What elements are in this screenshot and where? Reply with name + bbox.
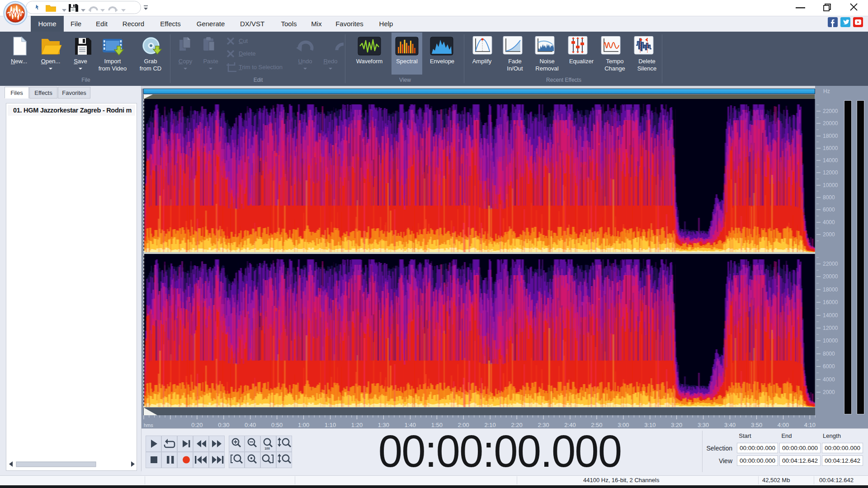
- svg-text:4000: 4000: [823, 376, 835, 383]
- svg-text:4000: 4000: [823, 219, 835, 225]
- svg-text:1:10: 1:10: [325, 422, 336, 428]
- svg-text:6000: 6000: [823, 206, 835, 213]
- svg-text:18000: 18000: [823, 286, 838, 293]
- svg-text:20000: 20000: [823, 273, 838, 280]
- svg-text:Hz: Hz: [823, 88, 830, 94]
- svg-text:4:00: 4:00: [778, 422, 789, 428]
- svg-text:100: 100: [264, 447, 270, 450]
- svg-text:10000: 10000: [823, 338, 838, 344]
- svg-text:8000: 8000: [823, 351, 835, 357]
- svg-text:3:50: 3:50: [751, 422, 762, 428]
- svg-text:6000: 6000: [823, 363, 835, 370]
- svg-text:3:30: 3:30: [698, 422, 709, 428]
- svg-text:20000: 20000: [823, 120, 838, 127]
- svg-text:16000: 16000: [823, 299, 838, 305]
- svg-text:3:20: 3:20: [671, 422, 682, 428]
- svg-text:18000: 18000: [823, 133, 838, 139]
- svg-text:22000: 22000: [823, 261, 838, 267]
- svg-text:3:40: 3:40: [724, 422, 736, 428]
- svg-text:2000: 2000: [823, 231, 835, 238]
- svg-text:12000: 12000: [823, 325, 838, 331]
- svg-text:10000: 10000: [823, 182, 838, 188]
- svg-text:22000: 22000: [823, 108, 838, 114]
- svg-text:4:10: 4:10: [804, 422, 816, 428]
- svg-text:0:50: 0:50: [271, 422, 283, 428]
- svg-text:0:40: 0:40: [245, 422, 256, 428]
- svg-text:0:20: 0:20: [191, 422, 203, 428]
- svg-text:1:20: 1:20: [351, 422, 363, 428]
- svg-text:2000: 2000: [823, 389, 835, 395]
- svg-text:0:30: 0:30: [218, 422, 229, 428]
- svg-text:8000: 8000: [823, 194, 835, 201]
- svg-text:16000: 16000: [823, 145, 838, 151]
- svg-text:14000: 14000: [823, 312, 838, 319]
- svg-text:3:10: 3:10: [644, 422, 656, 428]
- svg-text:14000: 14000: [823, 157, 838, 164]
- svg-text:1:00: 1:00: [298, 422, 309, 428]
- svg-text:hms: hms: [144, 422, 153, 428]
- svg-text:12000: 12000: [823, 169, 838, 176]
